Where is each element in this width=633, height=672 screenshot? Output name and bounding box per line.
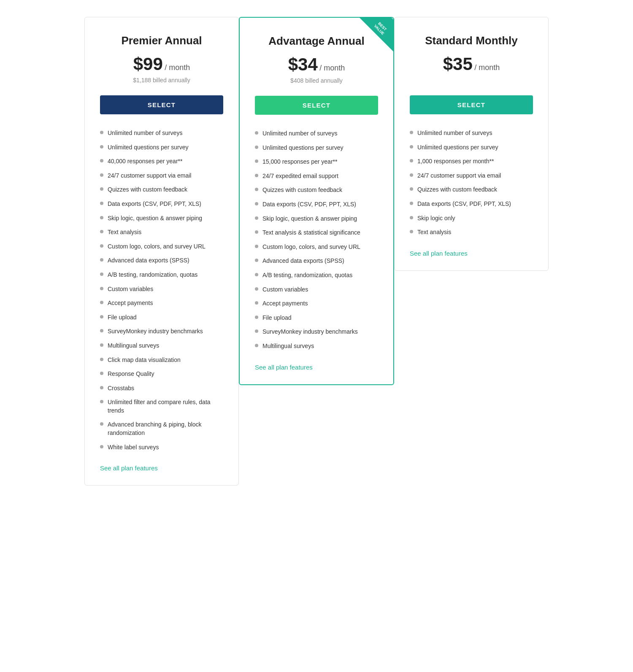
price-billing-premier: $1,188 billed annually: [100, 77, 223, 84]
plans-container: Premier Annual $99 / month $1,188 billed…: [84, 17, 549, 486]
bullet-icon: [255, 131, 258, 135]
bullet-icon: [100, 244, 103, 248]
list-item: Data exports (CSV, PDF, PPT, XLS): [410, 197, 533, 211]
list-item: 24/7 expedited email support: [255, 169, 378, 184]
list-item: Custom variables: [100, 282, 223, 297]
list-item: Unlimited number of surveys: [410, 126, 533, 140]
bullet-icon: [410, 131, 413, 134]
bullet-icon: [100, 202, 103, 205]
features-list-advantage: Unlimited number of surveys Unlimited qu…: [255, 127, 378, 354]
bullet-icon: [410, 230, 413, 233]
list-item: Accept payments: [255, 297, 378, 311]
select-button-standard[interactable]: SELECT: [410, 95, 533, 114]
feature-text: Skip logic, question & answer piping: [262, 215, 357, 223]
feature-text: Data exports (CSV, PDF, PPT, XLS): [108, 200, 201, 208]
select-button-advantage[interactable]: SELECT: [255, 96, 378, 115]
list-item: Unlimited filter and compare rules, data…: [100, 395, 223, 418]
select-button-premier[interactable]: SELECT: [100, 95, 223, 114]
feature-text: Advanced branching & piping, block rando…: [108, 421, 223, 437]
list-item: 24/7 customer support via email: [100, 169, 223, 183]
plan-card-premier: Premier Annual $99 / month $1,188 billed…: [84, 17, 239, 486]
plan-title-standard: Standard Monthly: [410, 34, 533, 47]
bullet-icon: [100, 358, 103, 361]
feature-text: 24/7 customer support via email: [108, 172, 191, 180]
bullet-icon: [100, 301, 103, 304]
bullet-icon: [100, 258, 103, 262]
list-item: A/B testing, randomization, quotas: [100, 268, 223, 282]
list-item: White label surveys: [100, 440, 223, 455]
list-item: Data exports (CSV, PDF, PPT, XLS): [255, 197, 378, 212]
list-item: Unlimited number of surveys: [255, 127, 378, 141]
list-item: Custom logo, colors, and survey URL: [100, 240, 223, 254]
bullet-icon: [410, 159, 413, 162]
feature-text: 24/7 expedited email support: [262, 172, 338, 181]
bullet-icon: [100, 400, 103, 403]
feature-text: Skip logic only: [417, 214, 455, 223]
list-item: Quizzes with custom feedback: [255, 183, 378, 197]
feature-text: Multilingual surveys: [108, 342, 159, 350]
plan-price-standard: $35 / month: [410, 54, 533, 74]
list-item: Quizzes with custom feedback: [410, 183, 533, 197]
bullet-icon: [255, 202, 258, 205]
see-all-link-standard[interactable]: See all plan features: [410, 250, 533, 257]
bullet-icon: [410, 173, 413, 177]
list-item: Click map data visualization: [100, 353, 223, 367]
bullet-icon: [100, 230, 103, 233]
bullet-icon: [255, 329, 258, 333]
list-item: Unlimited number of surveys: [100, 126, 223, 140]
bullet-icon: [100, 173, 103, 177]
price-period-premier: / month: [165, 63, 190, 72]
list-item: File upload: [100, 310, 223, 325]
feature-text: Accept payments: [262, 300, 308, 308]
list-item: Unlimited questions per survey: [100, 140, 223, 155]
feature-text: Unlimited questions per survey: [262, 144, 343, 152]
feature-text: Unlimited number of surveys: [262, 130, 337, 138]
plan-price-premier: $99 / month: [100, 54, 223, 74]
bullet-icon: [410, 202, 413, 205]
feature-text: Advanced data exports (SPSS): [262, 257, 344, 265]
price-amount-standard: $35: [443, 54, 473, 74]
plan-card-advantage: BEST VALUE Advantage Annual $34 / month …: [239, 17, 394, 385]
list-item: Multilingual surveys: [100, 339, 223, 353]
bullet-icon: [100, 187, 103, 191]
see-all-link-premier[interactable]: See all plan features: [100, 464, 223, 472]
list-item: Advanced branching & piping, block rando…: [100, 418, 223, 440]
feature-text: SurveyMonkey industry benchmarks: [262, 328, 358, 336]
bullet-icon: [100, 159, 103, 162]
list-item: Advanced data exports (SPSS): [100, 254, 223, 268]
feature-text: Accept payments: [108, 299, 153, 308]
feature-text: 40,000 responses per year**: [108, 157, 182, 166]
bullet-icon: [410, 145, 413, 148]
feature-text: Unlimited filter and compare rules, data…: [108, 398, 223, 415]
feature-text: Advanced data exports (SPSS): [108, 256, 189, 265]
list-item: Response Quality: [100, 367, 223, 381]
feature-text: Multilingual surveys: [262, 342, 314, 351]
plan-title-premier: Premier Annual: [100, 34, 223, 47]
list-item: 40,000 responses per year**: [100, 154, 223, 169]
list-item: 1,000 responses per month**: [410, 154, 533, 169]
list-item: Advanced data exports (SPSS): [255, 254, 378, 268]
plan-price-advantage: $34 / month: [255, 54, 378, 75]
best-value-text: BEST VALUE: [369, 18, 392, 40]
see-all-link-advantage[interactable]: See all plan features: [255, 364, 378, 371]
list-item: Accept payments: [100, 296, 223, 310]
feature-text: Data exports (CSV, PDF, PPT, XLS): [262, 200, 356, 209]
bullet-icon: [100, 131, 103, 134]
feature-text: File upload: [262, 314, 292, 322]
list-item: Quizzes with custom feedback: [100, 183, 223, 197]
plan-card-standard: Standard Monthly $35 / month SELECT Unli…: [394, 17, 549, 271]
bullet-icon: [255, 146, 258, 149]
list-item: Crosstabs: [100, 381, 223, 396]
feature-text: A/B testing, randomization, quotas: [262, 271, 352, 280]
list-item: 24/7 customer support via email: [410, 169, 533, 183]
bullet-icon: [255, 159, 258, 163]
bullet-icon: [410, 187, 413, 191]
price-period-standard: / month: [474, 63, 500, 72]
list-item: Custom variables: [255, 283, 378, 297]
feature-text: Quizzes with custom feedback: [417, 186, 497, 194]
list-item: Unlimited questions per survey: [410, 140, 533, 155]
list-item: SurveyMonkey industry benchmarks: [100, 324, 223, 339]
feature-text: Text analysis & statistical significance: [262, 229, 360, 237]
list-item: Data exports (CSV, PDF, PPT, XLS): [100, 197, 223, 211]
bullet-icon: [255, 174, 258, 177]
